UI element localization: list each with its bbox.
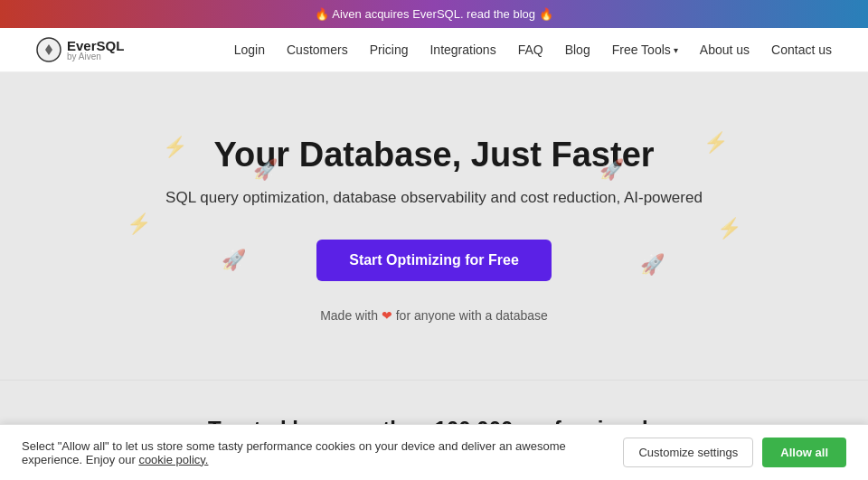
navigation: EverSQL by Aiven Login Customers Pricing… bbox=[0, 28, 868, 72]
cookie-text: Select "Allow all" to let us store some … bbox=[22, 439, 605, 466]
nav-contact[interactable]: Contact us bbox=[771, 42, 832, 57]
allow-all-button[interactable]: Allow all bbox=[762, 438, 846, 467]
made-with: Made with ❤ for anyone with a database bbox=[18, 308, 850, 323]
svg-point-1 bbox=[47, 48, 52, 52]
banner-text: 🔥 Aiven acquires EverSQL. read the blog … bbox=[315, 7, 552, 21]
nav-free-tools[interactable]: Free Tools bbox=[612, 42, 678, 57]
hero-subheading: SQL query optimization, database observa… bbox=[18, 189, 850, 207]
nav-customers[interactable]: Customers bbox=[287, 42, 348, 57]
hero-section: ⚡ 🚀 ⚡ 🚀 ⚡ 🚀 ⚡ 🚀 Your Database, Just Fast… bbox=[0, 72, 868, 380]
deco-lightning-1: ⚡ bbox=[163, 136, 187, 159]
cta-button[interactable]: Start Optimizing for Free bbox=[316, 240, 552, 281]
cookie-buttons: Customize settings Allow all bbox=[623, 438, 846, 467]
nav-integrations[interactable]: Integrations bbox=[429, 42, 495, 57]
cookie-policy-link[interactable]: cookie policy. bbox=[138, 453, 208, 466]
logo[interactable]: EverSQL by Aiven bbox=[36, 37, 124, 62]
nav-blog[interactable]: Blog bbox=[565, 42, 590, 57]
nav-about[interactable]: About us bbox=[700, 42, 750, 57]
nav-pricing[interactable]: Pricing bbox=[370, 42, 409, 57]
nav-faq[interactable]: FAQ bbox=[518, 42, 543, 57]
customize-settings-button[interactable]: Customize settings bbox=[623, 438, 753, 467]
deco-lightning-4: ⚡ bbox=[717, 217, 741, 240]
nav-links: Login Customers Pricing Integrations FAQ… bbox=[234, 42, 832, 57]
deco-lightning-3: ⚡ bbox=[703, 131, 728, 155]
nav-login[interactable]: Login bbox=[234, 42, 265, 57]
top-banner: 🔥 Aiven acquires EverSQL. read the blog … bbox=[0, 0, 868, 28]
deco-rocket-1: 🚀 bbox=[253, 158, 278, 182]
heart-icon: ❤ bbox=[382, 308, 396, 323]
deco-rocket-4: 🚀 bbox=[640, 253, 665, 277]
deco-lightning-2: ⚡ bbox=[127, 212, 151, 236]
cookie-banner: Select "Allow all" to let us store some … bbox=[0, 424, 868, 480]
deco-rocket-2: 🚀 bbox=[222, 249, 246, 272]
deco-rocket-3: 🚀 bbox=[599, 158, 624, 182]
